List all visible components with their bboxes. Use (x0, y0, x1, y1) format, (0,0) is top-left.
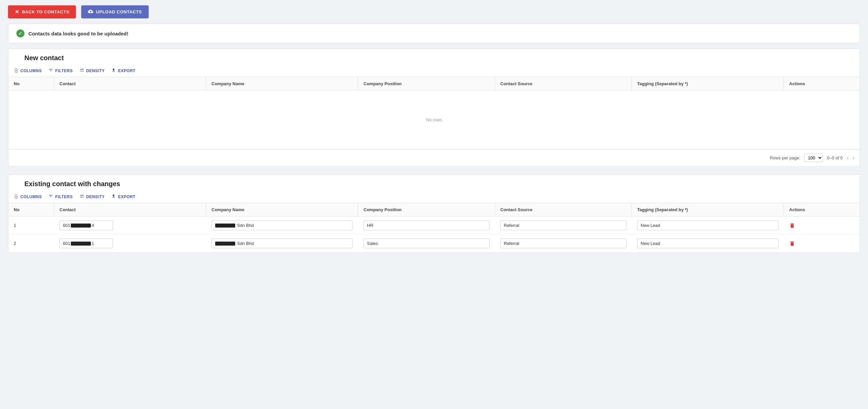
table-row: 2 601 1 Sdn Bhd (8, 234, 860, 253)
existing-contact-title: Existing contact with changes (17, 175, 851, 190)
new-contact-columns-button[interactable]: COLUMNS (14, 68, 42, 73)
new-contact-table-header-row: No Contact Company Name Company Position… (8, 77, 860, 91)
row-company: Sdn Bhd (206, 217, 358, 234)
density-icon (80, 68, 84, 73)
col-header-no: No (8, 77, 54, 91)
density-icon-2 (80, 194, 84, 199)
export-icon-2 (111, 194, 116, 199)
ex-col-header-position: Company Position (358, 203, 495, 217)
rows-per-page-label: Rows per page: (770, 155, 800, 160)
filters-icon (49, 68, 53, 73)
col-header-source: Contact Source (495, 77, 632, 91)
row-actions (784, 217, 860, 234)
filters-icon-2 (49, 194, 53, 199)
back-button-label: BACK TO CONTACTS (22, 9, 69, 14)
existing-contact-section: Existing contact with changes COLUMNS FI… (8, 175, 860, 253)
tagging-input[interactable] (637, 239, 778, 248)
col-header-actions: Actions (784, 77, 860, 91)
existing-contact-filters-button[interactable]: FILTERS (49, 194, 73, 199)
col-header-tagging: Tagging (Separated by *) (632, 77, 784, 91)
new-contact-columns-label: COLUMNS (20, 68, 42, 73)
source-input[interactable] (500, 221, 626, 230)
existing-contact-density-button[interactable]: DENSITY (80, 194, 105, 199)
pagination-next-button[interactable]: › (852, 155, 854, 161)
row-source (495, 217, 632, 234)
table-row: 1 601 4 Sdn Bhd (8, 217, 860, 234)
new-contact-header: New contact (8, 49, 860, 64)
existing-contact-table-header-row: No Contact Company Name Company Position… (8, 203, 860, 217)
existing-contact-density-label: DENSITY (86, 194, 105, 199)
new-contact-filters-label: FILTERS (55, 68, 73, 73)
close-icon: ✕ (15, 9, 20, 15)
position-input[interactable] (364, 239, 490, 248)
existing-contact-filters-label: FILTERS (55, 194, 73, 199)
new-contact-export-label: EXPORT (118, 68, 135, 73)
new-contact-section: New contact COLUMNS FILTERS DENSITY EXPO… (8, 49, 860, 166)
row-tagging (632, 234, 784, 253)
redacted-company-name (215, 242, 235, 246)
ex-col-header-tagging: Tagging (Separated by *) (632, 203, 784, 217)
pagination-prev-button[interactable]: ‹ (847, 155, 848, 161)
pagination-range: 0–0 of 0 (827, 155, 843, 160)
upload-contacts-button[interactable]: UPLOAD CONTACTS (81, 5, 148, 19)
new-contact-pagination: Rows per page: 100 25 50 0–0 of 0 ‹ › (8, 149, 860, 166)
new-contact-density-label: DENSITY (86, 68, 105, 73)
ex-col-header-actions: Actions (784, 203, 860, 217)
row-contact: 601 1 (54, 234, 206, 253)
row-no: 1 (8, 217, 54, 234)
no-rows-message: No rows (8, 91, 860, 149)
existing-contact-columns-label: COLUMNS (20, 194, 42, 199)
col-header-position: Company Position (358, 77, 495, 91)
row-tagging (632, 217, 784, 234)
row-actions (784, 234, 860, 253)
tagging-input[interactable] (637, 221, 778, 230)
delete-row-button[interactable] (789, 223, 795, 228)
row-company: Sdn Bhd (206, 234, 358, 253)
row-source (495, 234, 632, 253)
row-no: 2 (8, 234, 54, 253)
columns-icon (14, 68, 19, 73)
success-banner: ✓ Contacts data looks good to be uploade… (8, 24, 860, 43)
new-contact-density-button[interactable]: DENSITY (80, 68, 105, 73)
ex-col-header-contact: Contact (54, 203, 206, 217)
success-icon: ✓ (17, 29, 24, 37)
top-bar: ✕ BACK TO CONTACTS UPLOAD CONTACTS (0, 0, 868, 24)
existing-contact-export-label: EXPORT (118, 194, 135, 199)
redacted-company-name (215, 224, 235, 227)
new-contact-export-button[interactable]: EXPORT (111, 68, 135, 73)
rows-per-page-select[interactable]: 100 25 50 (804, 154, 823, 162)
upload-button-label: UPLOAD CONTACTS (96, 9, 142, 14)
columns-icon-2 (14, 194, 19, 199)
redacted-phone (71, 242, 91, 246)
redacted-phone (71, 224, 91, 227)
existing-contact-table: No Contact Company Name Company Position… (8, 203, 860, 253)
row-position (358, 217, 495, 234)
new-contact-toolbar: COLUMNS FILTERS DENSITY EXPORT (8, 64, 860, 77)
new-contact-filters-button[interactable]: FILTERS (49, 68, 73, 73)
source-input[interactable] (500, 239, 626, 248)
new-contact-title: New contact (17, 49, 851, 64)
existing-contact-export-button[interactable]: EXPORT (111, 194, 135, 199)
banner-message: Contacts data looks good to be uploaded! (28, 31, 128, 36)
row-position (358, 234, 495, 253)
new-contact-table: No Contact Company Name Company Position… (8, 77, 860, 149)
row-contact: 601 4 (54, 217, 206, 234)
export-icon (111, 68, 116, 73)
existing-contact-columns-button[interactable]: COLUMNS (14, 194, 42, 199)
ex-col-header-no: No (8, 203, 54, 217)
back-to-contacts-button[interactable]: ✕ BACK TO CONTACTS (8, 5, 76, 19)
no-rows-row: No rows (8, 91, 860, 149)
col-header-contact: Contact (54, 77, 206, 91)
ex-col-header-company: Company Name (206, 203, 358, 217)
upload-icon (88, 9, 93, 15)
col-header-company: Company Name (206, 77, 358, 91)
ex-col-header-source: Contact Source (495, 203, 632, 217)
position-input[interactable] (364, 221, 490, 230)
existing-contact-header: Existing contact with changes (8, 175, 860, 190)
existing-contact-toolbar: COLUMNS FILTERS DENSITY EXPORT (8, 190, 860, 203)
delete-row-button[interactable] (789, 241, 795, 247)
